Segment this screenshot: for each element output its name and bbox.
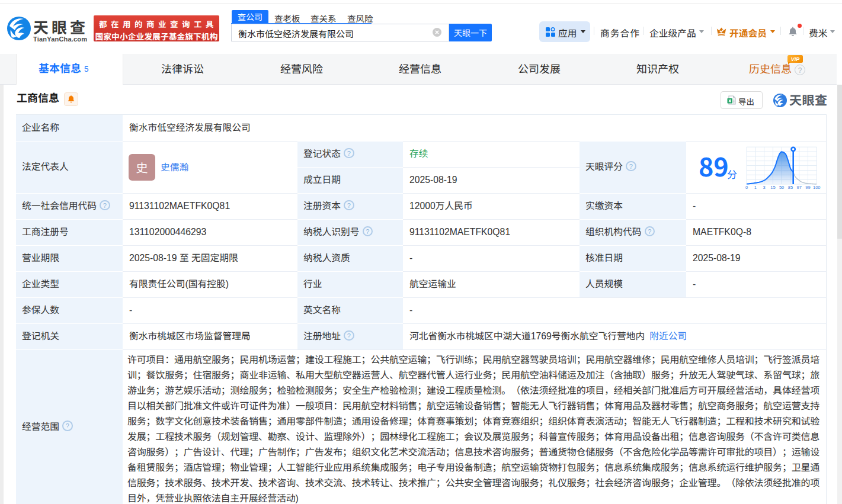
svg-text:1: 1 xyxy=(754,185,757,190)
svg-text:99: 99 xyxy=(805,185,810,190)
svg-text:85: 85 xyxy=(788,185,793,190)
svg-text:97: 97 xyxy=(797,185,802,190)
svg-text:50: 50 xyxy=(779,185,784,190)
svg-text:0: 0 xyxy=(745,185,748,190)
svg-text:15: 15 xyxy=(770,185,775,190)
svg-text:3: 3 xyxy=(763,185,766,190)
svg-text:100: 100 xyxy=(813,185,821,190)
